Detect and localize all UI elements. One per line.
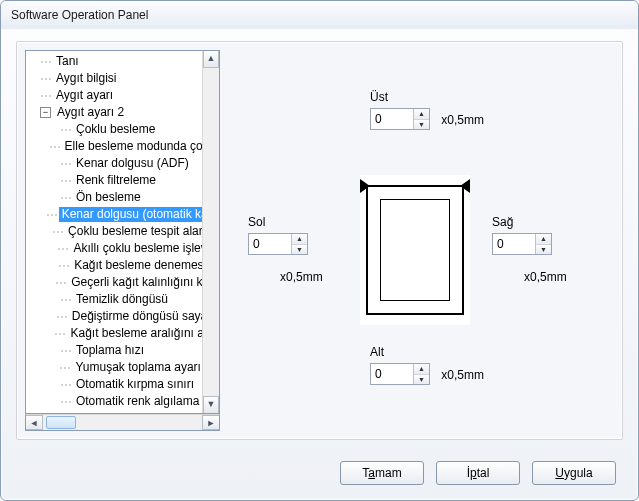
tree-item-label: Çoklu besleme — [73, 122, 158, 137]
tree-item[interactable]: ⋯Toplama hızı — [26, 342, 202, 359]
tree-item[interactable]: ⋯Değiştirme döngüsü sayacı — [26, 308, 202, 325]
spin-down-icon[interactable]: ▼ — [414, 375, 429, 385]
tree-item[interactable]: ⋯Alarm ayarı — [26, 410, 202, 413]
tree-expander-icon[interactable]: − — [40, 107, 51, 118]
tree-item-label: Alarm ayarı — [73, 411, 140, 413]
edge-bottom-unit: x0,5mm — [441, 368, 484, 382]
tree-item[interactable]: ⋯Kenar dolgusu (otomatik kağıt boyutu te… — [26, 206, 202, 223]
edge-right-spinner[interactable]: ▲▼ — [492, 233, 552, 255]
page-diagram — [360, 175, 470, 325]
tree-branch-icon: ⋯ — [60, 174, 71, 188]
tree-item[interactable]: ⋯Temizlik döngüsü — [26, 291, 202, 308]
edge-right-group: Sağ ▲▼ x0,5mm — [492, 215, 567, 284]
tree-branch-icon: ⋯ — [49, 140, 60, 154]
tree-branch-icon: ⋯ — [60, 191, 71, 205]
apply-button[interactable]: Uygula — [532, 461, 616, 485]
tree-item-label: Toplama hızı — [73, 343, 147, 358]
edge-top-unit: x0,5mm — [441, 113, 484, 127]
tree-item-label: Değiştirme döngüsü sayacı — [69, 309, 202, 324]
tree-item-label: Renk filtreleme — [73, 173, 159, 188]
ok-button[interactable]: Tamam — [340, 461, 424, 485]
scroll-right-icon[interactable]: ► — [202, 415, 219, 430]
spin-down-icon[interactable]: ▼ — [414, 120, 429, 130]
edge-bottom-group: Alt ▲▼ x0,5mm — [370, 345, 484, 385]
tree-branch-icon: ⋯ — [60, 157, 71, 171]
tree-item[interactable]: ⋯Elle besleme modunda çoklu besleme — [26, 138, 202, 155]
tree-item-label: Kenar dolgusu (ADF) — [73, 156, 192, 171]
tree-item[interactable]: ⋯Yumuşak toplama ayarı — [26, 359, 202, 376]
tree-item-label: Geçerli kağıt kalınlığını koru — [68, 275, 202, 290]
content-panel: ⋯Tanı⋯Aygıt bilgisi⋯Aygıt ayarı−Aygıt ay… — [16, 41, 623, 440]
tree-branch-icon: ⋯ — [57, 242, 68, 256]
scroll-left-icon[interactable]: ◄ — [26, 415, 43, 430]
edge-bottom-label: Alt — [370, 345, 484, 359]
edge-left-spinner[interactable]: ▲▼ — [248, 233, 308, 255]
treeview[interactable]: ⋯Tanı⋯Aygıt bilgisi⋯Aygıt ayarı−Aygıt ay… — [25, 50, 220, 414]
tree-item[interactable]: ⋯Kağıt besleme aralığını ayarı — [26, 325, 202, 342]
window: Software Operation Panel ⋯Tanı⋯Aygıt bil… — [0, 0, 639, 501]
tree-item[interactable]: ⋯Akıllı çoklu besleme işlevi — [26, 240, 202, 257]
tree-item[interactable]: ⋯Aygıt ayarı — [26, 87, 202, 104]
tree-item-label: Aygıt ayarı 2 — [54, 105, 127, 120]
window-title: Software Operation Panel — [1, 1, 638, 29]
scroll-thumb[interactable] — [46, 416, 76, 429]
tree-branch-icon: ⋯ — [59, 361, 70, 375]
tree-branch-icon: ⋯ — [46, 208, 57, 222]
tree-item-label: Kenar dolgusu (otomatik kağıt boyutu tes… — [59, 207, 202, 222]
tree-item-label: Kağıt besleme aralığını ayarı — [67, 326, 202, 341]
spin-up-icon[interactable]: ▲ — [414, 364, 429, 375]
spin-up-icon[interactable]: ▲ — [536, 234, 551, 245]
tree-item-label: Otomatik kırpma sınırı — [73, 377, 197, 392]
tree-branch-icon: ⋯ — [58, 259, 69, 273]
tree-branch-icon: ⋯ — [40, 55, 51, 69]
tree-item[interactable]: ⋯Aygıt bilgisi — [26, 70, 202, 87]
spin-down-icon[interactable]: ▼ — [536, 245, 551, 255]
tree-branch-icon: ⋯ — [60, 378, 71, 392]
tree-item[interactable]: ⋯Ön besleme — [26, 189, 202, 206]
tree-branch-icon: ⋯ — [60, 123, 71, 137]
tree-item-label: Aygıt ayarı — [53, 88, 116, 103]
spin-down-icon[interactable]: ▼ — [292, 245, 307, 255]
tree-item-label: Ön besleme — [73, 190, 144, 205]
spin-up-icon[interactable]: ▲ — [414, 109, 429, 120]
tree-item[interactable]: −Aygıt ayarı 2 — [26, 104, 202, 121]
page-inner-rect — [380, 199, 450, 301]
cancel-button[interactable]: İptal — [436, 461, 520, 485]
tree-item-label: Otomatik renk algılama — [73, 394, 202, 409]
edge-top-input[interactable] — [371, 109, 413, 129]
tree-branch-icon: ⋯ — [52, 225, 63, 239]
tree-item[interactable]: ⋯Çoklu besleme — [26, 121, 202, 138]
edge-bottom-input[interactable] — [371, 364, 413, 384]
tree-item-label: Tanı — [53, 54, 82, 69]
tree-branch-icon: ⋯ — [40, 72, 51, 86]
tree-item[interactable]: ⋯Çoklu besleme tespit alanı ayarı — [26, 223, 202, 240]
edge-left-unit: x0,5mm — [280, 270, 323, 284]
tree-item[interactable]: ⋯Kenar dolgusu (ADF) — [26, 155, 202, 172]
tree-branch-icon: ⋯ — [60, 344, 71, 358]
tree-item[interactable]: ⋯Renk filtreleme — [26, 172, 202, 189]
edge-left-group: Sol ▲▼ x0,5mm — [248, 215, 323, 284]
horizontal-scrollbar[interactable]: ◄ ► — [25, 414, 220, 431]
tree-item[interactable]: ⋯Otomatik renk algılama — [26, 393, 202, 410]
tree-branch-icon: ⋯ — [40, 89, 51, 103]
dialog-buttons: Tamam İptal Uygula — [340, 461, 616, 485]
tree-branch-icon: ⋯ — [54, 327, 65, 341]
tree-item[interactable]: ⋯Tanı — [26, 53, 202, 70]
settings-panel: Üst ▲▼ x0,5mm Sol ▲▼ x0,5mm Sağ — [220, 50, 614, 431]
scroll-down-icon[interactable]: ▼ — [203, 396, 219, 413]
tree-item[interactable]: ⋯Geçerli kağıt kalınlığını koru — [26, 274, 202, 291]
edge-right-input[interactable] — [493, 234, 535, 254]
edge-left-input[interactable] — [249, 234, 291, 254]
tree-item-label: Kağıt besleme denemesi — [71, 258, 202, 273]
tree-item-label: Akıllı çoklu besleme işlevi — [70, 241, 202, 256]
tree-branch-icon: ⋯ — [56, 310, 67, 324]
edge-right-unit: x0,5mm — [524, 270, 567, 284]
vertical-scrollbar[interactable]: ▲ ▼ — [202, 51, 219, 413]
edge-top-label: Üst — [370, 90, 484, 104]
edge-bottom-spinner[interactable]: ▲▼ — [370, 363, 430, 385]
tree-item[interactable]: ⋯Kağıt besleme denemesi — [26, 257, 202, 274]
spin-up-icon[interactable]: ▲ — [292, 234, 307, 245]
tree-item[interactable]: ⋯Otomatik kırpma sınırı — [26, 376, 202, 393]
edge-top-spinner[interactable]: ▲▼ — [370, 108, 430, 130]
scroll-up-icon[interactable]: ▲ — [203, 51, 219, 68]
